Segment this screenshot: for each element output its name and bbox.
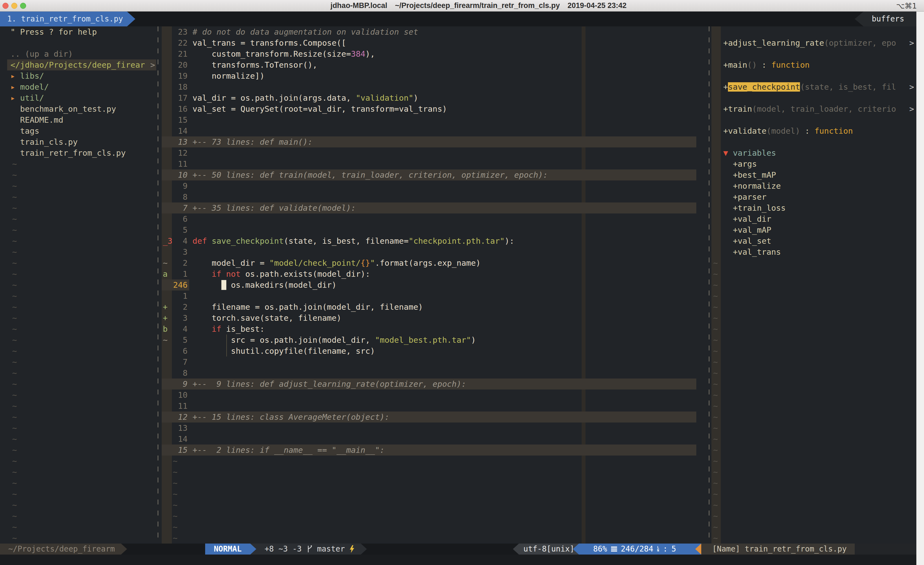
code-line[interactable]: 6 shutil.copyfile(filename, src) [162, 346, 708, 356]
code-line[interactable]: 4b if is_best: [162, 323, 708, 335]
tag-item[interactable]: +args [711, 158, 916, 170]
fold-text[interactable]: 15+-- 2 lines: if __name__ == "__main__"… [162, 445, 696, 455]
code-line[interactable]: 5 [162, 224, 708, 236]
tag-item[interactable]: +save_checkpoint(state, is_best, fil> [711, 81, 916, 92]
tag-item[interactable]: +adjust_learning_rate(optimizer, epo> [711, 38, 916, 48]
code-line[interactable]: 21 custom_transform.Resize(size=384), [162, 48, 708, 59]
fold-text[interactable]: 10+-- 50 lines: def train(model, train_l… [162, 170, 696, 180]
fold-line[interactable]: 9+-- 9 lines: def adjust_learning_rate(o… [162, 379, 708, 389]
tree-row-tilde: ~ [0, 379, 156, 389]
code-line[interactable]: 1 [162, 290, 708, 302]
git-branch-name: master [317, 544, 345, 554]
tree-row-file[interactable]: tags [0, 125, 156, 137]
chevron-right-icon: ▸ [10, 92, 15, 104]
code-line[interactable]: 6 [162, 213, 708, 224]
tree-row-dir[interactable]: ▸libs/ [0, 71, 156, 81]
tree-row-tilde: ~ [0, 478, 156, 488]
code-line[interactable]: 11 [162, 401, 708, 412]
powerline-arrow-icon [361, 544, 367, 554]
tag-item[interactable]: +parser [711, 191, 916, 203]
code-line[interactable]: 7 [162, 356, 708, 368]
code-line[interactable]: 18 [162, 81, 708, 92]
fold-line[interactable]: 13+-- 73 lines: def main(): [162, 137, 708, 147]
code-line[interactable]: 11 [162, 158, 708, 170]
gutter-sign: b [163, 323, 168, 335]
window-separator[interactable] [158, 26, 158, 544]
tree-row-updir[interactable]: .. (up a dir) [0, 48, 156, 59]
code-line[interactable]: 8 [162, 191, 708, 203]
tag-tilde: ~ [711, 412, 916, 422]
code-line[interactable]: 19 normalize]) [162, 71, 708, 81]
tree-row-file[interactable]: train_cls.py [0, 137, 156, 147]
fold-line[interactable]: 15+-- 2 lines: if __name__ == "__main__"… [162, 445, 708, 455]
code-line[interactable]: 20 transforms.ToTensor(), [162, 59, 708, 71]
empty-line: ~ [162, 521, 708, 532]
hostname: jdhao-MBP.local [330, 2, 387, 10]
fold-line[interactable]: 12+-- 15 lines: class AverageMeter(objec… [162, 412, 708, 422]
buffers-label[interactable]: buffers [864, 12, 916, 26]
minimize-button[interactable] [11, 3, 17, 9]
tree-row-tilde: ~ [0, 313, 156, 323]
fold-line[interactable]: 10+-- 50 lines: def train(model, train_l… [162, 170, 708, 180]
tree-row-file[interactable]: train_retr_from_cls.py [0, 147, 156, 158]
position-colon: : [663, 544, 668, 554]
close-button[interactable] [3, 3, 9, 9]
code-line[interactable]: 246 os.makedirs(model_dir) [162, 279, 708, 290]
command-line[interactable] [0, 554, 916, 565]
tag-tilde: ~ [711, 335, 916, 346]
tag-item[interactable]: +train_loss [711, 203, 916, 213]
tree-row-file[interactable]: README.md [0, 114, 156, 125]
code-line[interactable]: 22val_trans = transforms.Compose([ [162, 38, 708, 48]
tag-item[interactable]: +main() : function [711, 59, 916, 71]
code-line[interactable]: 13 [162, 422, 708, 434]
code-line[interactable]: 3 [162, 246, 708, 257]
tab-train-retr-from-cls[interactable]: 1. train_retr_from_cls.py [0, 12, 127, 26]
window-separator[interactable] [709, 26, 710, 544]
tree-row-dir[interactable]: ▸model/ [0, 81, 156, 92]
code-line[interactable]: 14 [162, 125, 708, 137]
fold-text[interactable]: 9+-- 9 lines: def adjust_learning_rate(o… [162, 379, 696, 389]
code-line[interactable]: 3+ torch.save(state, filename) [162, 313, 708, 323]
code-line[interactable]: 2+ filename = os.path.join(model_dir, fi… [162, 302, 708, 313]
code-line[interactable]: 17val_dir = os.path.join(args.data, "val… [162, 92, 708, 104]
tag-item[interactable]: +train(model, train_loader, criterio> [711, 104, 916, 114]
fold-text[interactable]: 13+-- 73 lines: def main(): [162, 137, 696, 147]
hamburger-icon [611, 547, 617, 551]
code-editor[interactable]: 23# do not do data augmentation on valid… [162, 26, 708, 544]
code-line[interactable]: 4_3def save_checkpoint(state, is_best, f… [162, 236, 708, 246]
tag-kind-header[interactable]: ▼ variables [711, 147, 916, 158]
code-line[interactable]: 12 [162, 147, 708, 158]
code-line[interactable]: 1a if not os.path.exists(model_dir): [162, 269, 708, 279]
scrollbar[interactable] [916, 12, 924, 565]
fold-line[interactable]: 7+-- 35 lines: def validate(model): [162, 203, 708, 213]
code-line[interactable]: 2~ model_dir = "model/check_point/{}".fo… [162, 257, 708, 269]
code-line[interactable]: 5~ src = os.path.join(model_dir, "model_… [162, 335, 708, 346]
tree-row-tilde: ~ [0, 269, 156, 279]
tag-item[interactable]: +val_set [711, 236, 916, 246]
tag-item[interactable]: +val_trans [711, 246, 916, 257]
fold-text[interactable]: 7+-- 35 lines: def validate(model): [162, 203, 696, 213]
tag-item[interactable]: +val_mAP [711, 224, 916, 236]
code-line[interactable]: 16val_set = QuerySet(root=val_dir, trans… [162, 104, 708, 114]
tag-item[interactable]: +best_mAP [711, 170, 916, 180]
tree-row-tilde: ~ [0, 302, 156, 313]
git-branch-icon [306, 545, 313, 553]
tree-row-dir[interactable]: ▸util/ [0, 92, 156, 104]
code-line[interactable]: 14 [162, 434, 708, 445]
code-line[interactable]: 23# do not do data augmentation on valid… [162, 26, 708, 38]
tag-item[interactable]: +normalize [711, 180, 916, 191]
cursor-position: 246/284 [621, 544, 653, 554]
clock: 2019-04-25 23:42 [568, 2, 627, 10]
fold-text[interactable]: 12+-- 15 lines: class AverageMeter(objec… [162, 412, 696, 422]
tag-item[interactable]: +val_dir [711, 213, 916, 224]
tree-row-help[interactable]: " Press ? for help [0, 26, 156, 38]
tree-row-file[interactable]: benchmark_on_test.py [0, 104, 156, 114]
zoom-button[interactable] [20, 3, 26, 9]
tree-row-root[interactable]: </jdhao/Projects/deep_firear> [0, 59, 156, 71]
code-line[interactable]: 10 [162, 389, 708, 401]
code-line[interactable]: 15 [162, 114, 708, 125]
code-line[interactable]: 8 [162, 368, 708, 379]
code-line[interactable]: 9 [162, 180, 708, 191]
tag-item[interactable]: +validate(model) : function [711, 125, 916, 137]
tree-row-tilde: ~ [0, 213, 156, 224]
